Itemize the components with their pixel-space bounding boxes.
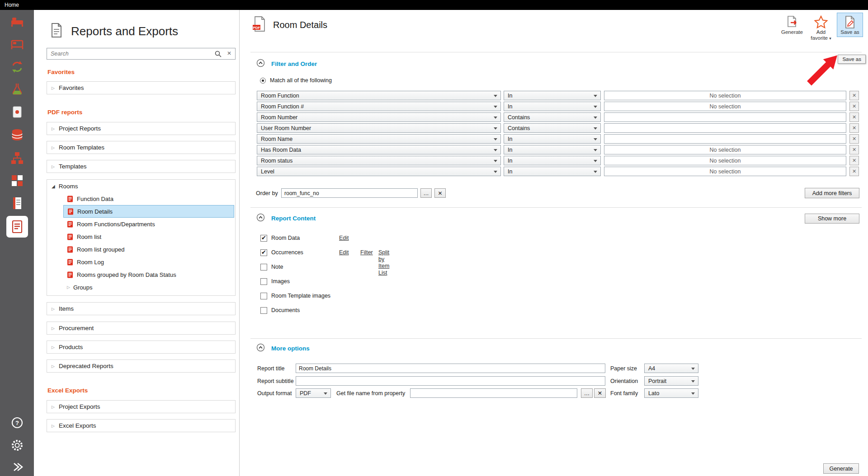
filter-operator-select[interactable]: Contains [504,112,601,122]
chevron-right-icon[interactable]: ▷ [52,164,55,169]
edit-link[interactable]: Edit [339,249,349,256]
add-more-filters-button[interactable]: Add more filters [805,188,859,198]
sidebar-item-room-list[interactable]: Room list [63,230,234,243]
sidebar-item-products[interactable]: ▷ Products [47,341,236,354]
collapse-section-icon[interactable] [256,343,265,354]
chevron-right-icon[interactable]: ▷ [52,145,55,150]
chevron-right-icon[interactable]: ▷ [52,364,55,369]
generate-tool-button[interactable]: Generate [779,13,805,37]
note-checkbox[interactable] [260,264,267,271]
generate-button[interactable]: Generate [823,463,859,474]
filter-field-select[interactable]: Room status [257,156,501,165]
rail-icon-4[interactable] [7,79,27,99]
show-more-button[interactable]: Show more [805,214,859,224]
split-by-item-list-link[interactable]: Split by Item List [378,249,389,276]
remove-filter-button[interactable]: ✕ [849,167,859,176]
file-name-property-input[interactable] [410,388,577,398]
sidebar-item-function-data[interactable]: Function Data [63,192,234,205]
order-by-input[interactable] [281,188,418,198]
sidebar-item-room-templates[interactable]: ▷ Room Templates [47,141,236,154]
filter-operator-select[interactable]: In [504,167,601,176]
filter-value-box[interactable]: No selection [604,156,846,165]
filter-value-box[interactable] [604,112,846,122]
sidebar-item-room-log[interactable]: Room Log [63,256,234,268]
orientation-select[interactable]: Portrait [644,376,698,386]
save-as-button[interactable]: Save as [837,13,863,37]
sidebar-item-rooms[interactable]: ◢ Rooms [47,180,235,192]
sidebar-item-room-details[interactable]: Room Details [63,205,234,218]
filter-field-select[interactable]: Room Number [257,112,501,122]
filter-field-select[interactable]: User Room Number [257,123,501,133]
rail-icon-6[interactable] [7,125,27,145]
rail-icon-5[interactable] [7,102,27,122]
dropdown-caret-icon[interactable]: ▾ [829,36,831,41]
chevron-right-icon[interactable]: ▷ [52,86,55,90]
images-checkbox[interactable] [260,278,267,285]
output-format-select[interactable]: PDF [296,388,331,398]
sidebar-item-project-reports[interactable]: ▷ Project Reports [47,122,236,135]
remove-filter-button[interactable]: ✕ [849,102,859,111]
sidebar-item-room-functions-departments[interactable]: Room Functions/Departments [63,218,234,230]
clear-search-icon[interactable]: ✕ [227,50,231,56]
rail-icon-reports[interactable] [6,216,28,238]
rail-icon-9[interactable] [7,193,27,213]
filter-operator-select[interactable]: In [504,91,601,100]
rail-icon-8[interactable] [7,171,27,191]
filter-value-box[interactable] [604,134,846,144]
filter-field-select[interactable]: Room Function [257,91,501,100]
settings-gear-icon[interactable] [9,437,25,453]
sidebar-item-templates[interactable]: ▷ Templates [47,160,236,173]
rail-icon-7[interactable] [7,148,27,168]
chevron-right-icon[interactable]: ▷ [52,326,55,331]
sidebar-item-room-list-grouped[interactable]: Room list grouped [63,243,234,256]
search-input[interactable] [51,49,204,59]
sidebar-item-project-exports[interactable]: ▷ Project Exports [47,400,236,413]
filter-operator-select[interactable]: Contains [504,123,601,133]
sidebar-item-items[interactable]: ▷ Items [47,302,236,315]
remove-filter-button[interactable]: ✕ [849,134,859,144]
chevron-expanded-icon[interactable]: ◢ [52,184,55,189]
filter-value-box[interactable]: No selection [604,167,846,176]
filter-field-select[interactable]: Has Room Data [257,145,501,154]
occurrences-checkbox[interactable] [260,249,267,256]
chevron-right-icon[interactable]: ▷ [67,285,70,289]
filter-field-select[interactable]: Room Name [257,134,501,144]
filter-field-select[interactable]: Room Function # [257,102,501,111]
match-all-option[interactable]: Match all of the following [260,77,332,84]
chevron-right-icon[interactable]: ▷ [52,126,55,131]
filter-value-box[interactable]: No selection [604,91,846,100]
remove-filter-button[interactable]: ✕ [849,112,859,122]
collapse-section-icon[interactable] [256,213,265,224]
home-menu[interactable]: Home [0,0,19,10]
collapse-section-icon[interactable] [256,59,265,69]
font-family-select[interactable]: Lato [644,388,698,398]
filter-field-select[interactable]: Level [257,167,501,176]
filter-operator-select[interactable]: In [504,134,601,144]
chevron-right-icon[interactable]: ▷ [52,424,55,428]
chevron-right-icon[interactable]: ▷ [52,307,55,311]
room-data-checkbox[interactable] [260,235,267,242]
rail-icon-1[interactable] [7,11,27,31]
filter-value-box[interactable]: No selection [604,145,846,154]
paper-size-select[interactable]: A4 [644,364,698,373]
remove-filter-button[interactable]: ✕ [849,156,859,165]
help-icon[interactable]: ? [9,415,25,431]
remove-filter-button[interactable]: ✕ [849,91,859,100]
filter-value-box[interactable] [604,123,846,133]
collapse-rail-icon[interactable] [9,459,25,475]
sidebar-item-deprecated-reports[interactable]: ▷ Deprecated Reports [47,359,236,373]
filter-operator-select[interactable]: In [504,156,601,165]
documents-checkbox[interactable] [260,307,267,314]
order-by-browse-button[interactable]: … [420,188,432,198]
remove-filter-button[interactable]: ✕ [849,145,859,154]
rail-icon-2[interactable] [7,34,27,54]
edit-link[interactable]: Edit [339,235,349,242]
sidebar-item-excel-exports[interactable]: ▷ Excel Exports [47,419,236,432]
filter-operator-select[interactable]: In [504,102,601,111]
chevron-right-icon[interactable]: ▷ [52,405,55,409]
sidebar-item-groups[interactable]: ▷ Groups [63,281,234,294]
filter-link[interactable]: Filter [360,249,373,256]
file-name-clear-button[interactable]: ✕ [594,388,606,398]
report-subtitle-input[interactable] [296,376,605,386]
remove-filter-button[interactable]: ✕ [849,123,859,133]
